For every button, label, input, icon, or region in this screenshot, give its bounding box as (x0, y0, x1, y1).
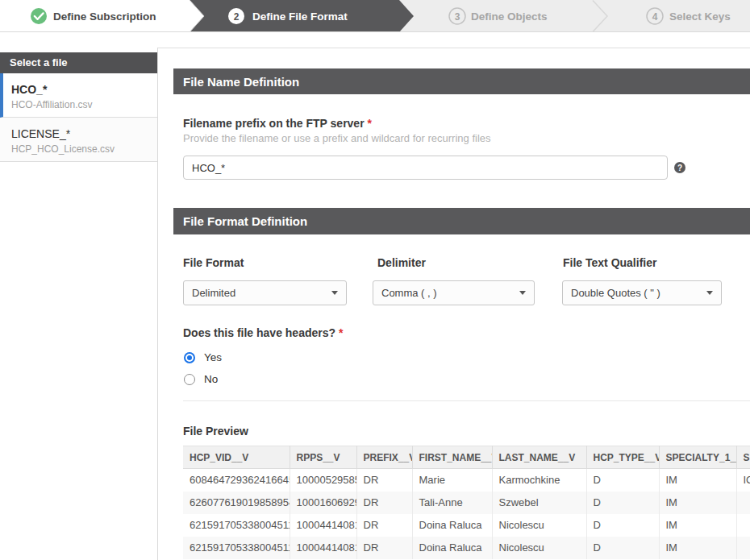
file-preview-table: HCP_VID__VRPPS__VPREFIX__VFIRST_NAME__VL… (183, 446, 750, 559)
column-header: S (736, 446, 750, 469)
file-prefix: LICENSE_* (11, 127, 151, 140)
section-header-file-format-definition: File Format Definition (173, 208, 750, 234)
table-cell: 10000529585 (290, 469, 356, 492)
filename-prefix-label: Filename prefix on the FTP server * (183, 117, 372, 130)
section-header-file-name-definition: File Name Definition (173, 68, 750, 94)
table-row: 60846472936241664510000529585DRMarieKarm… (183, 469, 750, 492)
table-cell: Karmochkine (492, 469, 586, 492)
table-cell: 621591705338004511 (183, 537, 290, 559)
table-row: 62159170533800451110004414081DRDoina Ral… (183, 537, 750, 559)
table-cell: Tali-Anne (412, 492, 492, 514)
page: 2 Define File Format Define Subscription… (0, 0, 750, 560)
content-top-border (158, 48, 750, 48)
selected-value: Double Quotes ( " ) (571, 287, 660, 299)
radio-option-yes[interactable]: Yes (184, 351, 222, 363)
table-cell: IC (736, 469, 750, 492)
table-cell: DR (356, 514, 412, 537)
column-header: LAST_NAME__V (492, 446, 586, 469)
filename-prefix-input[interactable] (183, 156, 668, 180)
stepper-step-define-file-format[interactable]: 2 Define File Format (188, 0, 414, 32)
check-icon (31, 8, 47, 24)
help-icon[interactable]: ? (674, 162, 685, 173)
sidebar-item-license-file[interactable]: LICENSE_* HCP_HCO_License.csv (0, 118, 157, 162)
stepper-step-define-subscription[interactable]: Define Subscription (0, 0, 204, 32)
table-cell: Doina Raluca (412, 514, 492, 537)
table-cell: 10004414081 (290, 537, 356, 559)
file-preview-title: File Preview (183, 425, 248, 438)
table-cell: 608464729362416645 (183, 469, 290, 492)
radio-label[interactable]: No (204, 373, 218, 385)
table-cell: D (586, 514, 659, 537)
chevron-down-icon (331, 291, 338, 295)
table-cell: 10004414081 (290, 514, 356, 537)
table-cell: 10001606929 (290, 492, 356, 514)
radio-button-icon[interactable] (184, 352, 195, 363)
delimiter-label: Delimiter (377, 256, 426, 269)
filename-helper-text: Provide the filename or use a prefix and… (183, 132, 491, 144)
column-header: PREFIX__V (356, 446, 412, 469)
file-text-qualifier-select[interactable]: Double Quotes ( " ) (562, 280, 722, 305)
table-cell: 621591705338004511 (183, 514, 290, 537)
file-prefix: HCO_* (11, 83, 151, 96)
table-cell: D (586, 469, 659, 492)
radio-label[interactable]: Yes (204, 351, 222, 363)
label-text: Does this file have headers? (183, 326, 335, 339)
table-cell: Marie (412, 469, 492, 492)
column-header: HCP_TYPE__V (586, 446, 659, 469)
required-asterisk: * (368, 117, 372, 130)
chevron-down-icon (519, 291, 526, 295)
sidebar-item-hco-file[interactable]: HCO_* HCO-Affiliation.csv (0, 73, 157, 118)
radio-button-icon[interactable] (184, 374, 195, 385)
table-cell: D (586, 492, 659, 514)
table-cell (736, 537, 750, 559)
table-cell: Doina Raluca (412, 537, 492, 559)
step-3-label: Define Objects (471, 10, 548, 23)
table-cell: IM (659, 492, 736, 514)
table-cell: IM (659, 514, 736, 537)
file-sidebar: Select a file HCO_* HCO-Affiliation.csv … (0, 48, 158, 560)
selected-value: Delimited (192, 287, 235, 299)
table-row: 62159170533800451110004414081DRDoina Ral… (183, 514, 750, 537)
section-title: File Name Definition (183, 75, 299, 89)
file-format-label: File Format (183, 256, 244, 269)
table-cell: IM (659, 537, 736, 559)
step-3-number: 3 (455, 11, 460, 23)
wizard-stepper: 2 Define File Format Define Subscription… (0, 0, 750, 32)
table-row: 62607761901985895410001606929DRTali-Anne… (183, 492, 750, 514)
file-name-sub: HCP_HCO_License.csv (11, 143, 151, 155)
delimiter-select[interactable]: Comma ( , ) (373, 280, 535, 305)
table-cell: IM (659, 469, 736, 492)
file-preview-table-container: HCP_VID__VRPPS__VPREFIX__VFIRST_NAME__VL… (183, 446, 750, 560)
sidebar-header: Select a file (0, 52, 157, 73)
section-divider (183, 400, 750, 401)
table-cell: D (586, 537, 659, 559)
file-name-sub: HCO-Affiliation.csv (11, 99, 151, 110)
step-2-number: 2 (234, 11, 240, 23)
step-4-number: 4 (652, 11, 658, 23)
column-header: RPPS__V (290, 446, 356, 469)
file-text-qualifier-label: File Text Qualifier (563, 256, 656, 269)
table-cell (736, 492, 750, 514)
column-header: HCP_VID__V (183, 446, 290, 469)
section-title: File Format Definition (183, 214, 307, 228)
table-cell: Nicolescu (492, 537, 586, 559)
step-2-label: Define File Format (252, 10, 348, 23)
table-cell: DR (356, 492, 412, 514)
selected-value: Comma ( , ) (381, 287, 437, 299)
radio-option-no[interactable]: No (184, 373, 218, 385)
table-cell: DR (356, 469, 412, 492)
file-preview-body: 60846472936241664510000529585DRMarieKarm… (183, 469, 750, 559)
file-format-select[interactable]: Delimited (183, 280, 347, 305)
table-cell: 626077619019858954 (183, 492, 290, 514)
step-4-label: Select Keys (669, 10, 731, 23)
headers-question-label: Does this file have headers? * (183, 326, 343, 339)
chevron-down-icon (706, 291, 713, 295)
step-1-label: Define Subscription (53, 10, 156, 23)
table-cell: DR (356, 537, 412, 559)
file-preview-header-row: HCP_VID__VRPPS__VPREFIX__VFIRST_NAME__VL… (183, 446, 750, 469)
column-header: FIRST_NAME__V (412, 446, 492, 469)
required-asterisk: * (339, 326, 343, 339)
table-cell: Szwebel (492, 492, 586, 514)
column-header: SPECIALTY_1__V (659, 446, 736, 469)
table-cell: Nicolescu (492, 514, 586, 537)
